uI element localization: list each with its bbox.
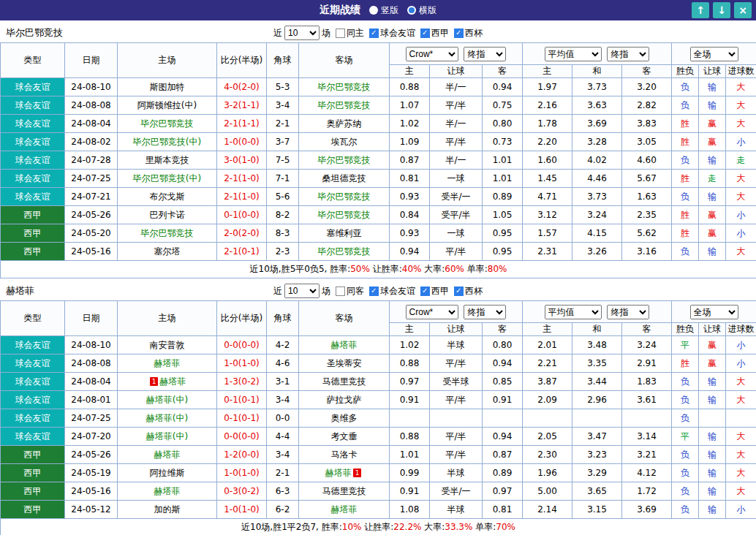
move-up-button[interactable]: ↑ xyxy=(692,2,709,18)
table-row: 球会友谊24-08-10南安普敦0-0(0-0)4-2赫塔菲1.02半球0.80… xyxy=(1,336,756,354)
team-name-heading: 毕尔巴鄂竞技 xyxy=(6,26,63,39)
team-name: 考文垂 xyxy=(331,431,358,441)
avg-away-cell: 3.61 xyxy=(622,391,672,409)
layout-horizontal-radio[interactable]: 横版 xyxy=(407,4,436,17)
match-count-select[interactable]: 10 xyxy=(284,284,320,298)
goals-result-cell: 大 xyxy=(726,96,756,115)
average-final-select[interactable]: 终指 xyxy=(607,47,649,61)
odds-away-cell: 0.80 xyxy=(483,336,523,354)
avg-home-cell: 4.71 xyxy=(523,188,572,206)
odds-away-cell: 0.80 xyxy=(483,115,523,133)
col-odds-home: 主 xyxy=(390,65,430,78)
away-team-cell: 塞维利亚 xyxy=(299,224,390,243)
league-cell: 球会友谊 xyxy=(1,336,65,354)
team-name: 赫塔菲 xyxy=(154,358,181,368)
matches-label: 场 xyxy=(322,285,330,297)
same-venue-checkbox[interactable]: 同客 xyxy=(336,285,364,297)
summary-segment: 10% xyxy=(342,522,362,532)
same-venue-label: 同客 xyxy=(347,285,364,297)
move-down-button[interactable]: ↓ xyxy=(713,2,730,18)
col-handicap: 让球 xyxy=(430,323,483,336)
col-result: 胜负 xyxy=(672,65,699,78)
avg-away-cell: 2.91 xyxy=(622,354,672,373)
odds-source-select[interactable]: Crow* xyxy=(406,47,458,61)
summary-segment: 33.3% xyxy=(445,522,472,532)
team-section: 毕尔巴鄂竞技 近 10 场 同主 球会友谊 西甲 西杯 类型 日期 主场 比分(… xyxy=(0,23,756,278)
team-name: 里斯本竞技 xyxy=(145,155,189,165)
avg-draw-cell: 3.73 xyxy=(572,78,622,96)
full-match-select[interactable]: 全场 xyxy=(690,305,738,319)
result-cell: 负 xyxy=(672,482,699,501)
score-cell: 0-1(0-0) xyxy=(217,206,267,224)
avg-home-cell: 2.01 xyxy=(523,336,572,354)
away-team-cell: 毕尔巴鄂竞技 xyxy=(299,243,390,261)
result-cell: 胜 xyxy=(672,133,699,151)
team-name: 萨拉戈萨 xyxy=(327,395,362,405)
avg-draw-cell: 3.69 xyxy=(572,115,622,133)
league-cell: 球会友谊 xyxy=(1,96,65,115)
close-button[interactable]: × xyxy=(734,2,752,18)
odds-final-select[interactable]: 终指 xyxy=(464,305,506,319)
handicap-result-cell: 输 xyxy=(699,78,726,96)
laliga-label: 西甲 xyxy=(431,27,449,39)
laliga-checkbox[interactable]: 西甲 xyxy=(420,27,449,39)
avg-away-cell: 3.21 xyxy=(622,446,672,464)
friendly-checkbox[interactable]: 球会友谊 xyxy=(369,27,415,39)
team-name: 阿拉维斯 xyxy=(150,468,185,478)
full-match-select[interactable]: 全场 xyxy=(690,47,738,61)
score-cell: 1-0(1-0) xyxy=(217,501,267,519)
odds-away-cell: 1.05 xyxy=(483,206,523,224)
radio-icon xyxy=(369,6,378,15)
laliga-checkbox[interactable]: 西甲 xyxy=(420,285,449,297)
cup-checkbox[interactable]: 西杯 xyxy=(454,285,483,297)
avg-away-cell: 3.20 xyxy=(622,78,672,96)
league-cell: 球会友谊 xyxy=(1,78,65,96)
handicap-result-cell: 赢 xyxy=(699,133,726,151)
table-row: 球会友谊24-08-08赫塔菲1-0(1-0)4-6圣埃蒂安0.88平/半0.9… xyxy=(1,354,756,373)
league-cell: 球会友谊 xyxy=(1,373,65,391)
team-name: 毕尔巴鄂竞技 xyxy=(141,228,194,238)
handicap-result-cell: 输 xyxy=(699,373,726,391)
corner-cell: 3-1 xyxy=(267,373,299,391)
avg-draw-cell: 3.23 xyxy=(572,446,622,464)
average-select[interactable]: 平均值 xyxy=(545,305,602,319)
home-team-cell: 斯图加特 xyxy=(118,78,217,96)
handicap-result-cell: 输 xyxy=(699,243,726,261)
league-cell: 球会友谊 xyxy=(1,391,65,409)
odds-home-cell: 0.81 xyxy=(390,170,430,188)
avg-away-cell: 3.69 xyxy=(622,501,672,519)
odds-home-cell: 0.97 xyxy=(390,373,430,391)
checkbox-checked-icon xyxy=(369,29,379,38)
odds-home-cell: 0.87 xyxy=(390,151,430,170)
checkbox-checked-icon xyxy=(420,29,430,38)
date-cell: 24-05-16 xyxy=(65,482,118,501)
away-team-cell: 奥萨苏纳 xyxy=(299,115,390,133)
same-venue-checkbox[interactable]: 同主 xyxy=(336,27,364,39)
score-cell: 2-1(0-1) xyxy=(217,243,267,261)
average-final-select[interactable]: 终指 xyxy=(607,305,649,319)
date-cell: 24-08-10 xyxy=(65,336,118,354)
corner-cell: 3-4 xyxy=(267,446,299,464)
average-select[interactable]: 平均值 xyxy=(545,47,602,61)
odds-source-select[interactable]: Crow* xyxy=(406,305,458,319)
radio-selected-icon xyxy=(407,6,416,15)
odds-final-select[interactable]: 终指 xyxy=(464,47,506,61)
col-corner: 角球 xyxy=(267,43,299,78)
odds-home-cell: 0.93 xyxy=(390,188,430,206)
result-cell: 胜 xyxy=(672,206,699,224)
friendly-checkbox[interactable]: 球会友谊 xyxy=(369,285,415,297)
away-team-cell: 赫塔菲 xyxy=(299,501,390,519)
team-name: 奥维多 xyxy=(331,413,358,423)
checkbox-checked-icon xyxy=(454,287,464,296)
summary-row: 近10场,胜5平0负5, 胜率:50% 让胜率:40% 大率:60% 单率:80… xyxy=(1,261,756,278)
layout-vertical-label: 竖版 xyxy=(381,4,398,17)
odds-away-cell: 0.95 xyxy=(483,224,523,243)
cup-checkbox[interactable]: 西杯 xyxy=(454,27,483,39)
table-row: 球会友谊24-07-25赫塔菲(中)0-1(0-1)0-0奥维多负 xyxy=(1,409,756,428)
league-cell: 球会友谊 xyxy=(1,151,65,170)
goals-result-cell: 大 xyxy=(726,170,756,188)
layout-vertical-radio[interactable]: 竖版 xyxy=(369,4,398,17)
match-count-select[interactable]: 10 xyxy=(284,26,320,40)
team-name: 赫塔菲 xyxy=(331,340,358,350)
avg-draw-cell: 3.47 xyxy=(572,428,622,446)
